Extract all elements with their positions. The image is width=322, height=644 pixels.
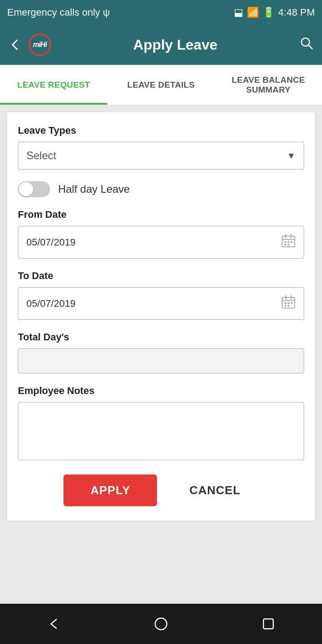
status-bar: Emergency calls only ψ ⬓ 📶 🔋 4:48 PM [0, 0, 322, 25]
time-text: 4:48 PM [278, 7, 315, 18]
apply-button[interactable]: APPLY [64, 475, 157, 506]
svg-rect-18 [284, 305, 286, 307]
half-day-toggle-row: Half day Leave [18, 181, 304, 197]
from-date-label: From Date [18, 209, 304, 220]
tab-leave-balance-summary[interactable]: LEAVE BALANCE SUMMARY [215, 65, 322, 105]
svg-rect-8 [291, 241, 292, 243]
svg-rect-19 [288, 305, 289, 307]
tab-leave-details[interactable]: LEAVE DETAILS [107, 65, 215, 105]
to-date-label: To Date [18, 270, 304, 282]
employee-notes-group: Employee Notes [18, 385, 304, 462]
total-days-label: Total Day's [18, 331, 304, 343]
leave-types-select[interactable]: Select ▼ [18, 142, 304, 169]
from-date-value: 05/07/2019 [26, 237, 76, 248]
from-date-input[interactable]: 05/07/2019 [18, 226, 304, 258]
emergency-calls-text: Emergency calls only ψ [7, 7, 110, 18]
to-date-calendar-icon [281, 295, 296, 312]
status-left: Emergency calls only ψ [7, 7, 110, 18]
from-date-group: From Date 05/07/2019 [18, 209, 304, 258]
app-logo: miHi [29, 34, 51, 56]
nav-home-icon[interactable] [148, 610, 174, 637]
bottom-nav [0, 604, 322, 644]
form-card: Leave Types Select ▼ Half day Leave From… [7, 112, 315, 521]
to-date-group: To Date 05/07/2019 [18, 270, 304, 320]
to-date-input[interactable]: 05/07/2019 [18, 287, 304, 320]
svg-rect-7 [288, 241, 289, 243]
leave-types-value: Select [26, 149, 56, 162]
back-button[interactable] [9, 38, 21, 51]
from-date-calendar-icon [281, 233, 296, 251]
status-right: ⬓ 📶 🔋 4:48 PM [234, 7, 315, 18]
app-bar-title: Apply Leave [58, 37, 292, 53]
svg-rect-6 [284, 241, 286, 243]
app-bar: miHi Apply Leave [0, 25, 322, 65]
nav-recent-icon[interactable] [255, 610, 282, 637]
main-content: Leave Types Select ▼ Half day Leave From… [0, 105, 322, 604]
leave-types-group: Leave Types Select ▼ [18, 125, 304, 169]
to-date-value: 05/07/2019 [26, 298, 76, 309]
svg-rect-17 [291, 302, 292, 304]
employee-notes-label: Employee Notes [18, 385, 304, 397]
bluetooth-icon: ⬓ [234, 7, 243, 18]
search-button[interactable] [300, 36, 313, 53]
nav-back-icon[interactable] [40, 610, 67, 637]
tab-leave-request[interactable]: LEAVE REQUEST [0, 65, 107, 105]
logo-circle: miHi [29, 34, 51, 56]
cancel-button[interactable]: CANCEL [171, 475, 258, 506]
toggle-knob [19, 182, 33, 196]
button-row: APPLY CANCEL [18, 475, 304, 506]
svg-rect-10 [288, 244, 289, 246]
svg-rect-9 [284, 244, 286, 246]
leave-types-label: Leave Types [18, 125, 304, 136]
svg-point-20 [155, 618, 167, 630]
svg-rect-16 [288, 302, 289, 304]
svg-line-1 [309, 45, 312, 49]
chevron-down-icon: ▼ [287, 151, 296, 161]
svg-rect-15 [284, 302, 286, 304]
employee-notes-textarea[interactable] [18, 402, 304, 460]
tabs-bar: LEAVE REQUEST LEAVE DETAILS LEAVE BALANC… [0, 65, 322, 105]
total-days-group: Total Day's [18, 331, 304, 373]
total-days-input [18, 348, 304, 373]
svg-rect-21 [263, 619, 273, 629]
half-day-toggle[interactable] [18, 181, 50, 197]
half-day-label: Half day Leave [58, 183, 130, 195]
signal-icon: 📶 [247, 7, 259, 18]
battery-icon: 🔋 [263, 7, 275, 18]
